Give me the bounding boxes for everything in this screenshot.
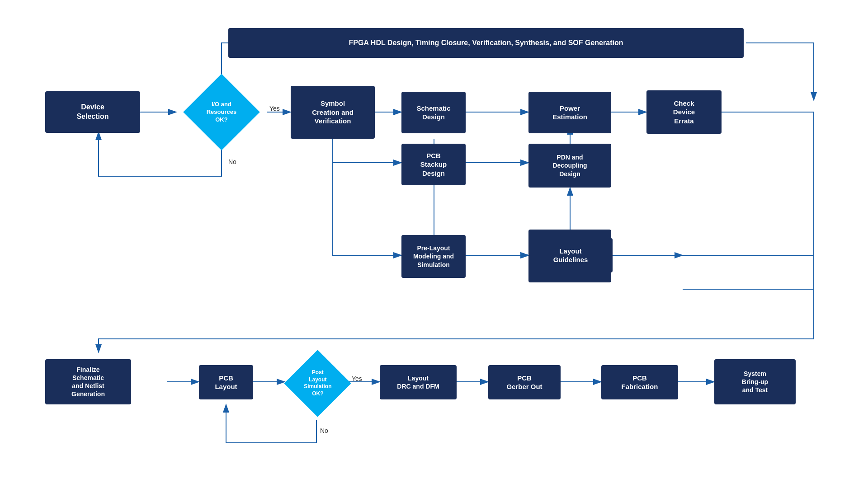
no1-label: No	[228, 158, 236, 165]
system-bringup-box: System Bring-up and Test	[714, 359, 796, 404]
layout-guidelines-box: Layout Guidelines	[528, 238, 613, 272]
yes1-label: Yes	[269, 105, 280, 112]
pcb-gerber-box: PCB Gerber Out	[488, 365, 561, 399]
yes2-label: Yes	[352, 375, 362, 382]
schematic-design-box: Schematic Design	[401, 92, 466, 133]
pcb-layout-box: PCB Layout	[199, 365, 253, 399]
fpga-hdl-box: FPGA HDL Design, Timing Closure, Verific…	[228, 28, 744, 58]
power-estimation-box: Power Estimation	[528, 92, 611, 133]
check-device-box: Check Device Errata	[646, 90, 722, 134]
pdn-box: PDN and Decoupling Design	[528, 144, 611, 188]
pre-layout-box: Pre-Layout Modeling and Simulation	[401, 235, 466, 278]
layout-drc-box: Layout DRC and DFM	[380, 365, 457, 399]
symbol-creation-box: Symbol Creation and Verification	[291, 86, 375, 139]
pcb-stackup-box: PCB Stackup Design	[401, 144, 466, 185]
pcb-fabrication-box: PCB Fabrication	[601, 365, 678, 399]
device-selection-box: Device Selection	[45, 91, 140, 133]
io-diamond: I/O and Resources OK?	[176, 83, 267, 141]
no2-label: No	[320, 427, 328, 434]
finalize-box: Finalize Schematic and Netlist Generatio…	[45, 359, 131, 404]
diagram-container: FPGA HDL Design, Timing Closure, Verific…	[0, 0, 868, 488]
post-layout-diamond: Post Layout Simulation OK?	[283, 358, 351, 408]
